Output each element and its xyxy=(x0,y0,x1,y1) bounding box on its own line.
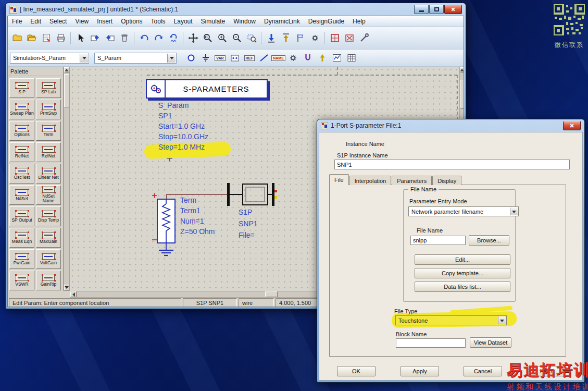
component-combo[interactable]: S_Param xyxy=(94,53,177,64)
display-template-icon[interactable] xyxy=(228,51,242,65)
s1p-symbol[interactable] xyxy=(227,183,277,206)
save-design-icon[interactable] xyxy=(39,31,53,45)
menu-select[interactable]: Select xyxy=(45,17,71,26)
s1p-annotation[interactable]: S1P SNP1 File= xyxy=(239,206,258,241)
tab-parameters[interactable]: Parameters xyxy=(392,176,432,185)
node-name-icon[interactable]: NAME xyxy=(271,51,285,65)
data-files-list-button[interactable]: Data files list... xyxy=(415,282,510,292)
edit-button[interactable]: Edit... xyxy=(415,254,510,265)
zoom-area-icon[interactable] xyxy=(244,31,258,45)
ref-net-icon[interactable]: REF xyxy=(242,51,256,65)
minimize-button[interactable] xyxy=(414,5,429,14)
scroll-up-icon[interactable] xyxy=(460,67,464,73)
palette-item-pwrgain[interactable]: PwrGain xyxy=(9,249,34,269)
push-into-hierarchy-icon[interactable] xyxy=(88,31,102,45)
s-parameters-controller[interactable]: S-PARAMETERS xyxy=(146,79,268,99)
scroll-up-icon[interactable] xyxy=(64,67,69,73)
open-design-icon[interactable] xyxy=(24,31,39,45)
palette-item-sweep-plan[interactable]: Sweep Plan xyxy=(9,100,34,119)
port-icon[interactable] xyxy=(184,51,198,65)
palette-item-linear-net[interactable]: Linear Net xyxy=(36,164,61,184)
chevron-down-icon[interactable] xyxy=(80,54,88,63)
dialog-close-button[interactable]: × xyxy=(563,121,581,130)
dialog-titlebar[interactable]: 1-Port S-parameter File:1 × xyxy=(319,119,583,132)
parameter-entry-mode-combo[interactable]: Network parameter filename xyxy=(408,206,519,216)
menu-designguide[interactable]: DesignGuide xyxy=(304,17,348,26)
view-dataset-button[interactable]: View Dataset xyxy=(470,337,511,348)
redo-icon[interactable] xyxy=(152,31,166,45)
palette-item-ndset[interactable]: NdSet xyxy=(9,185,34,205)
palette-item-gainrip[interactable]: GainRip xyxy=(36,271,61,290)
chevron-down-icon[interactable] xyxy=(510,207,518,215)
main-window-titlebar[interactable]: [ line_measured_simulated_prj ] untitled… xyxy=(7,3,464,16)
chevron-down-icon[interactable] xyxy=(498,316,506,324)
simulation-settings-icon[interactable] xyxy=(286,51,300,65)
pop-out-of-hierarchy-icon[interactable] xyxy=(103,31,117,45)
tab-file[interactable]: File xyxy=(329,174,349,185)
palette-item-sp-lab[interactable]: SP Lab xyxy=(36,78,61,98)
undo-icon[interactable] xyxy=(137,31,151,45)
scroll-down-icon[interactable] xyxy=(64,285,69,290)
file-type-combo[interactable]: Touchstone xyxy=(395,315,507,325)
wire-label-icon[interactable] xyxy=(293,31,307,45)
menu-options[interactable]: Options xyxy=(117,17,146,26)
pointer-icon[interactable] xyxy=(73,31,87,45)
probe-icon[interactable] xyxy=(301,51,315,65)
palette-item-refnet-1[interactable]: RefNet xyxy=(9,142,34,162)
instance-name-input[interactable] xyxy=(334,160,570,169)
menu-file[interactable]: File xyxy=(8,17,26,26)
delete-icon[interactable] xyxy=(117,31,131,45)
zoom-out-icon[interactable] xyxy=(230,31,244,45)
undo-all-icon[interactable] xyxy=(166,31,180,45)
apply-button[interactable]: Apply xyxy=(401,366,439,376)
cancel-button[interactable]: Cancel xyxy=(464,366,502,376)
help-button[interactable]: Help xyxy=(527,366,565,376)
zoom-select-icon[interactable] xyxy=(201,31,215,45)
palette-scrollbar[interactable] xyxy=(64,67,70,291)
term-annotation[interactable]: Term Term1 Num=1 Z=50 Ohm xyxy=(180,195,215,237)
palette-item-voltgain[interactable]: VoltGain xyxy=(36,249,61,269)
menu-view[interactable]: View xyxy=(71,17,93,26)
deactivate-icon[interactable] xyxy=(308,31,322,45)
palette-item-disp-temp[interactable]: Disp Temp xyxy=(36,206,61,226)
palette-item-ndset-name[interactable]: NdSet Name xyxy=(36,185,61,205)
menu-simulate[interactable]: Simulate xyxy=(197,17,230,26)
palette-item-refnet-2[interactable]: RefNet xyxy=(36,142,61,162)
ground-symbol[interactable] xyxy=(159,243,173,255)
matrix-icon[interactable] xyxy=(344,51,358,65)
menu-window[interactable]: Window xyxy=(229,17,260,26)
sparam-annotation[interactable]: S_Param SP1 Start=1.0 GHz Stop=10.0 GHz … xyxy=(158,100,208,152)
tab-display[interactable]: Display xyxy=(432,176,461,185)
palette-item-meas-eqn[interactable]: Meas Eqn xyxy=(9,228,34,248)
tab-interpolation[interactable]: Interpolation xyxy=(349,176,392,185)
simulation-combo[interactable]: Simulation-S_Param xyxy=(10,53,89,64)
browse-button[interactable]: Browse... xyxy=(469,235,509,246)
block-name-input[interactable] xyxy=(396,338,466,348)
clear-layout-icon[interactable] xyxy=(342,31,356,45)
chevron-down-icon[interactable] xyxy=(167,54,176,63)
menu-dynamiclink[interactable]: DynamicLink xyxy=(260,17,304,26)
palette-item-sp-output[interactable]: SP Output xyxy=(9,206,34,226)
palette-item-term[interactable]: Term xyxy=(36,121,61,141)
ok-button[interactable]: OK xyxy=(337,366,376,376)
wire-icon[interactable] xyxy=(257,51,271,65)
canvas-hscrollbar-thumb[interactable] xyxy=(265,291,278,297)
menu-insert[interactable]: Insert xyxy=(93,17,117,26)
close-button[interactable]: × xyxy=(444,5,462,14)
copy-template-button[interactable]: Copy template... xyxy=(415,268,510,278)
palette-item-maxgain[interactable]: MaxGain xyxy=(36,228,61,248)
menu-tools[interactable]: Tools xyxy=(147,17,170,26)
ground-icon[interactable] xyxy=(198,51,212,65)
palette-item-osctest[interactable]: OscTest xyxy=(9,164,34,184)
scroll-left-icon[interactable] xyxy=(70,291,77,297)
zoom-in-icon[interactable] xyxy=(215,31,229,45)
move-icon[interactable] xyxy=(186,31,200,45)
simulate-icon[interactable] xyxy=(264,31,278,45)
palette-scrollbar-thumb[interactable] xyxy=(64,74,69,107)
tools-icon[interactable] xyxy=(357,31,371,45)
canvas-vscrollbar-thumb[interactable] xyxy=(460,80,464,109)
menu-layout[interactable]: Layout xyxy=(170,17,197,26)
term-symbol[interactable] xyxy=(152,193,175,243)
palette-item-sp[interactable]: S P xyxy=(9,78,34,98)
file-name-input[interactable] xyxy=(410,236,466,245)
